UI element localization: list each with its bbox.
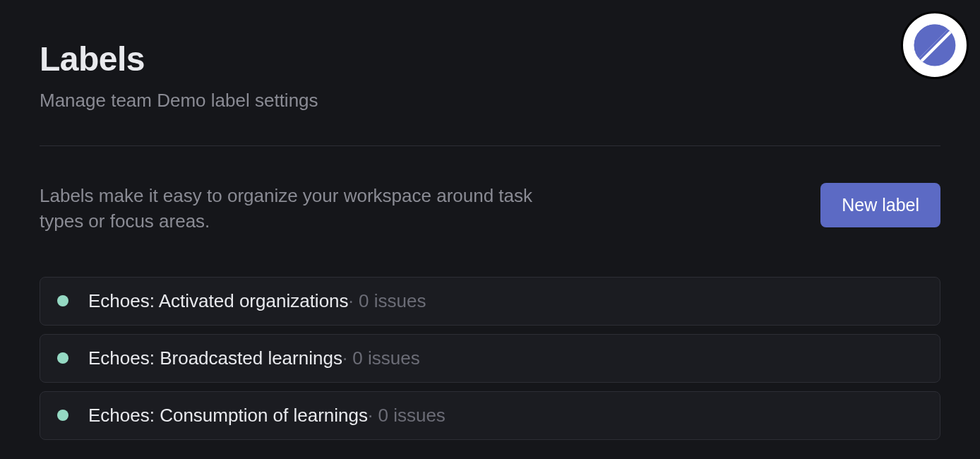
label-color-dot-icon — [57, 295, 68, 306]
label-color-dot-icon — [57, 352, 68, 364]
label-name: Echoes: Consumption of learnings — [88, 405, 368, 427]
label-name: Echoes: Broadcasted learnings — [88, 347, 342, 369]
page-title: Labels — [40, 40, 940, 78]
label-text-wrapper: Echoes: Activated organizations · 0 issu… — [88, 290, 426, 312]
label-issue-count: · 0 issues — [342, 347, 420, 369]
label-item[interactable]: Echoes: Consumption of learnings · 0 iss… — [40, 391, 940, 440]
label-text-wrapper: Echoes: Consumption of learnings · 0 iss… — [88, 405, 446, 427]
divider — [40, 145, 940, 146]
label-issue-count: · 0 issues — [368, 405, 446, 427]
linear-logo-icon — [910, 20, 960, 70]
label-name: Echoes: Activated organizations — [88, 290, 349, 312]
new-label-button[interactable]: New label — [820, 183, 940, 227]
linear-badge[interactable] — [901, 11, 969, 79]
description-text: Labels make it easy to organize your wor… — [40, 183, 576, 234]
labels-list: Echoes: Activated organizations · 0 issu… — [40, 277, 940, 440]
label-text-wrapper: Echoes: Broadcasted learnings · 0 issues — [88, 347, 420, 369]
label-item[interactable]: Echoes: Broadcasted learnings · 0 issues — [40, 334, 940, 383]
description-row: Labels make it easy to organize your wor… — [40, 183, 940, 234]
page-subtitle: Manage team Demo label settings — [40, 90, 940, 112]
label-item[interactable]: Echoes: Activated organizations · 0 issu… — [40, 277, 940, 326]
label-issue-count: · 0 issues — [349, 290, 426, 312]
label-color-dot-icon — [57, 410, 68, 421]
